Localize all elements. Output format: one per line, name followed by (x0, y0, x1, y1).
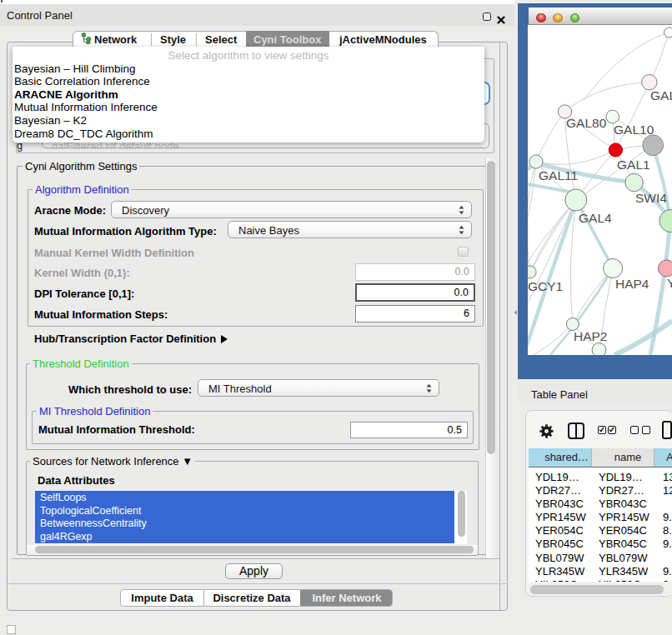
svg-text:HAP2: HAP2 (574, 329, 608, 343)
svg-text:SWI4: SWI4 (635, 191, 667, 205)
svg-text:HAP4: HAP4 (615, 277, 649, 291)
svg-text:GAL10: GAL10 (614, 122, 654, 137)
svg-text:GAL1: GAL1 (617, 158, 650, 172)
svg-text:GCY1: GCY1 (528, 279, 563, 293)
svg-text:GAL80: GAL80 (650, 88, 672, 102)
svg-text:Y: Y (667, 276, 672, 290)
svg-text:GAL80: GAL80 (566, 116, 607, 130)
svg-text:GAL11: GAL11 (539, 168, 578, 182)
svg-text:GAL4: GAL4 (579, 211, 612, 225)
